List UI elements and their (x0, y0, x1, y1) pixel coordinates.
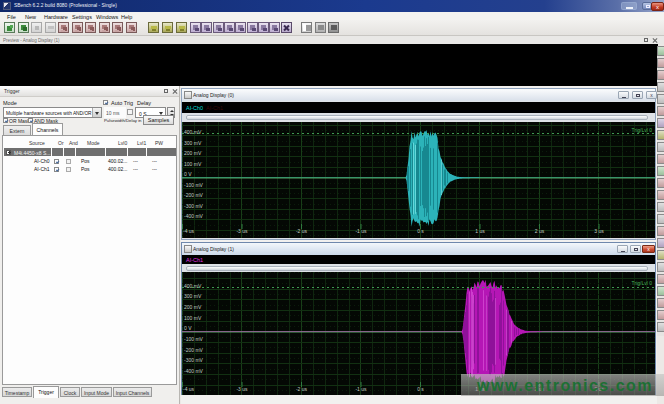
svg-text:-4 us: -4 us (183, 228, 195, 234)
svg-text:100 mV: 100 mV (184, 315, 202, 321)
svg-text:400 mV: 400 mV (184, 283, 202, 289)
svg-text:200 mV: 200 mV (184, 304, 202, 310)
svg-text:200 mV: 200 mV (184, 150, 202, 156)
svg-text:0 V: 0 V (184, 171, 192, 177)
svg-text:-400 mV: -400 mV (184, 213, 204, 219)
svg-text:-100 mV: -100 mV (184, 336, 204, 342)
svg-text:300 mV: 300 mV (184, 293, 202, 299)
svg-text:400 mV: 400 mV (184, 129, 202, 135)
svg-text:-100 mV: -100 mV (184, 182, 204, 188)
svg-text:-200 mV: -200 mV (184, 192, 204, 198)
svg-text:-4 us: -4 us (183, 386, 195, 392)
svg-text:0 V: 0 V (184, 325, 192, 331)
svg-text:-200 mV: -200 mV (184, 347, 204, 353)
svg-text:Trig/Lvl 0: Trig/Lvl 0 (632, 280, 653, 286)
svg-text:300 mV: 300 mV (184, 140, 202, 146)
svg-text:100 mV: 100 mV (184, 161, 202, 167)
svg-text:-400 mV: -400 mV (184, 368, 204, 374)
svg-text:Trig/Lvl 0: Trig/Lvl 0 (632, 127, 653, 133)
svg-text:-300 mV: -300 mV (184, 203, 204, 209)
svg-text:-300 mV: -300 mV (184, 357, 204, 363)
